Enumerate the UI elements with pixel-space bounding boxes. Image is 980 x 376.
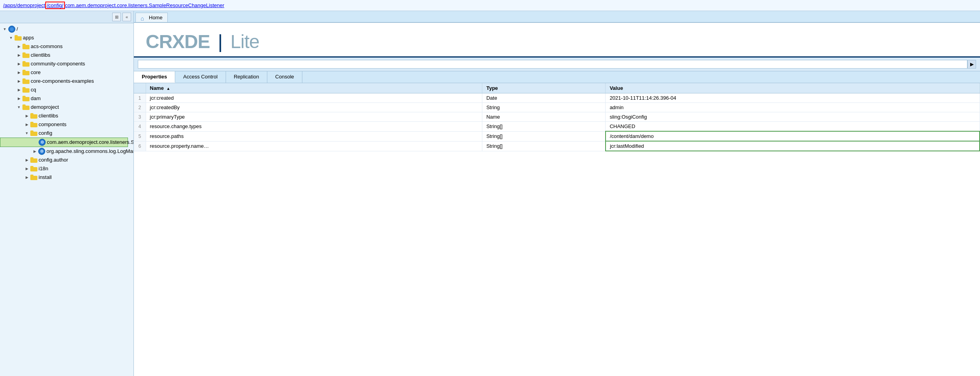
- tree-item-install[interactable]: ▶ install: [0, 173, 128, 182]
- tree-item-demoproject-config[interactable]: ▼ config: [0, 129, 128, 138]
- sort-arrow: ▲: [167, 86, 170, 91]
- search-button[interactable]: ▶: [967, 60, 976, 69]
- props-table: Name ▲ Type Value 1 jcr:created Date 202…: [134, 83, 980, 376]
- expand-icon: ▼: [16, 104, 22, 110]
- folder-icon: [30, 130, 37, 136]
- expand-icon: ▶: [24, 113, 30, 119]
- path-demoproject[interactable]: demoproject: [17, 2, 45, 8]
- expand-icon: ▶: [16, 52, 22, 58]
- tree-label: cq: [31, 86, 36, 93]
- folder-icon: [22, 96, 30, 101]
- tab-properties[interactable]: Properties: [134, 71, 175, 83]
- tree-label: community-components: [31, 60, 85, 67]
- left-panel: ⊞ « ▼ / ▼ apps ▶: [0, 11, 134, 376]
- expand-icon: ▶: [24, 121, 30, 128]
- folder-icon: [22, 44, 30, 49]
- prop-name: resource.property.name…: [146, 141, 482, 151]
- tree-item-demoproject[interactable]: ▼ demoproject: [0, 103, 128, 112]
- col-type[interactable]: Type: [482, 83, 606, 93]
- path-listener[interactable]: com.aem.demoproject.core.listeners.Sampl…: [65, 2, 224, 8]
- tree-label: org.apache.sling.commons.log.LogManager.…: [46, 148, 133, 155]
- folder-icon: [30, 113, 37, 119]
- expand-icon: ▶: [16, 95, 22, 102]
- col-value[interactable]: Value: [606, 83, 980, 93]
- tree-item-core[interactable]: ▶ core: [0, 68, 128, 77]
- expand-icon: ▼: [8, 35, 14, 41]
- search-area: ▶: [134, 58, 980, 71]
- prop-name: resource.paths: [146, 131, 482, 141]
- grid-view-button[interactable]: ⊞: [112, 13, 121, 21]
- folder-icon: [22, 104, 30, 110]
- crxde-pipe: |: [213, 31, 227, 52]
- folder-icon: [30, 157, 37, 163]
- folder-icon: [30, 166, 37, 171]
- properties-section: Properties Access Control Replication Co…: [134, 71, 980, 376]
- table-row: 2 jcr:createdBy String admin: [134, 103, 980, 112]
- tab-access-control[interactable]: Access Control: [175, 71, 226, 83]
- root-icon: [8, 26, 15, 33]
- tree-label: i18n: [39, 165, 48, 172]
- path-config[interactable]: /config/: [45, 2, 65, 9]
- tree-item-sample-resource-change-listener[interactable]: com.aem.demoproject.core.listeners.Sampl…: [0, 138, 128, 147]
- prop-type: Name: [482, 112, 606, 122]
- tree-label: components: [39, 121, 67, 128]
- home-tab[interactable]: Home: [135, 13, 168, 22]
- tree-container[interactable]: ▼ / ▼ apps ▶ acs-commons: [0, 23, 133, 376]
- prop-value: sling:OsgiConfig: [606, 112, 980, 122]
- folder-icon: [22, 52, 30, 58]
- tree-item-clientlibs[interactable]: ▶ clientlibs: [0, 51, 128, 60]
- expand-icon: ▼: [24, 130, 30, 136]
- col-name[interactable]: Name ▲: [146, 83, 482, 93]
- collapse-button[interactable]: «: [122, 13, 131, 21]
- tree-label: apps: [23, 34, 34, 41]
- tree-item-logmanager[interactable]: ▶ org.apache.sling.commons.log.LogManage…: [0, 147, 128, 156]
- crxde-brand-lite: Lite: [230, 31, 259, 52]
- props-tabs: Properties Access Control Replication Co…: [134, 71, 980, 83]
- tree-item-acs-commons[interactable]: ▶ acs-commons: [0, 42, 128, 51]
- table-row: 1 jcr:created Date 2021-10-11T11:14:26.3…: [134, 93, 980, 103]
- row-num: 3: [134, 112, 146, 122]
- tree-item-community-components[interactable]: ▶ community-components: [0, 60, 128, 68]
- tree-item-core-components-examples[interactable]: ▶ core-components-examples: [0, 77, 128, 86]
- tree-item-demoproject-clientlibs[interactable]: ▶ clientlibs: [0, 112, 128, 120]
- tree-item-cq[interactable]: ▶ cq: [0, 86, 128, 94]
- prop-name: jcr:created: [146, 93, 482, 103]
- tree-item-demoproject-components[interactable]: ▶ components: [0, 120, 128, 129]
- tree-item-dam[interactable]: ▶ dam: [0, 94, 128, 103]
- tree-label: dam: [31, 95, 41, 102]
- tab-console[interactable]: Console: [267, 71, 302, 83]
- table-header-row: Name ▲ Type Value: [134, 83, 980, 93]
- tree-item-config-author[interactable]: ▶ config.author: [0, 156, 128, 164]
- folder-icon: [15, 35, 22, 41]
- tree-label: install: [39, 174, 52, 181]
- expand-icon: ▶: [31, 148, 38, 154]
- tab-replication[interactable]: Replication: [226, 71, 267, 83]
- folder-icon: [22, 70, 30, 75]
- prop-type: String: [482, 103, 606, 112]
- folder-icon: [30, 122, 37, 127]
- prop-type: Date: [482, 93, 606, 103]
- tree-label: core: [31, 69, 41, 76]
- prop-type: String[]: [482, 122, 606, 132]
- path-apps[interactable]: /apps/: [3, 2, 17, 8]
- tree-item-apps[interactable]: ▼ apps: [0, 34, 128, 42]
- prop-value: admin: [606, 103, 980, 112]
- tree-item-i18n[interactable]: ▶ i18n: [0, 164, 128, 173]
- home-icon: [141, 15, 147, 20]
- home-tab-label: Home: [149, 15, 163, 20]
- col-num: [134, 83, 146, 93]
- search-input[interactable]: [138, 60, 967, 69]
- prop-type: String[]: [482, 131, 606, 141]
- expand-icon: ▶: [16, 69, 22, 76]
- prop-name: jcr:createdBy: [146, 103, 482, 112]
- tree-root[interactable]: ▼ /: [0, 25, 128, 34]
- folder-icon: [22, 61, 30, 67]
- folder-icon: [22, 87, 30, 93]
- prop-name: jcr:primaryType: [146, 112, 482, 122]
- table-row: 4 resource.change.types String[] CHANGED: [134, 122, 980, 132]
- tree-label: clientlibs: [31, 52, 50, 59]
- folder-icon: [22, 78, 30, 84]
- prop-value: CHANGED: [606, 122, 980, 132]
- osgi-icon: [39, 139, 46, 146]
- prop-value: 2021-10-11T11:14:26.396-04: [606, 93, 980, 103]
